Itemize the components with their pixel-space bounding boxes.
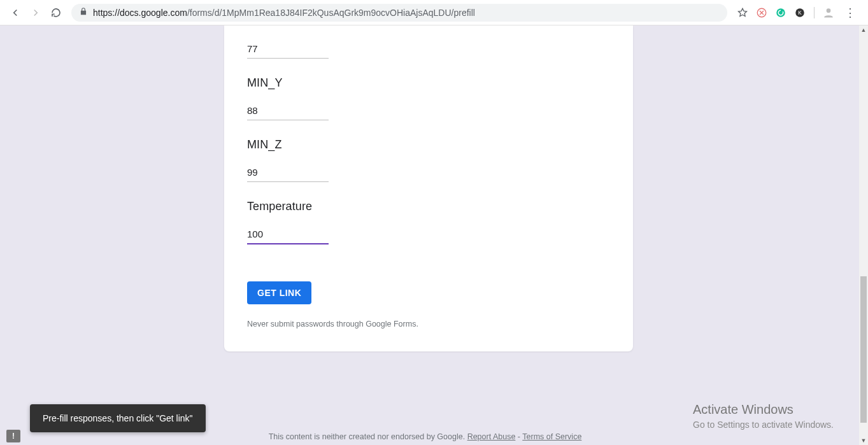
browser-menu-icon[interactable]: ⋮ — [841, 6, 859, 20]
field-label: Temperature — [247, 200, 610, 213]
form-field-temperature: Temperature — [247, 182, 610, 244]
extension-icon-1[interactable] — [755, 6, 768, 19]
svg-point-4 — [827, 8, 831, 13]
url-text: https://docs.google.com/forms/d/1MpMm1Re… — [93, 8, 475, 18]
separator — [814, 7, 815, 18]
terms-link[interactable]: Terms of Service — [522, 432, 581, 441]
svg-text:K: K — [798, 10, 802, 16]
form-card: MIN_Y MIN_Z Temperature GET LINK Never s… — [224, 25, 633, 351]
field-input-0[interactable] — [247, 42, 329, 59]
scroll-up-arrow[interactable]: ▲ — [859, 25, 868, 34]
profile-avatar-icon[interactable] — [822, 6, 835, 19]
form-field-0 — [247, 25, 610, 59]
get-link-button[interactable]: GET LINK — [247, 281, 311, 304]
report-abuse-link[interactable]: Report Abuse — [467, 432, 516, 441]
page-viewport: MIN_Y MIN_Z Temperature GET LINK Never s… — [0, 25, 868, 445]
toast-text: Pre-fill responses, then click "Get link… — [43, 413, 193, 423]
svg-point-1 — [776, 8, 785, 17]
field-label: MIN_Y — [247, 76, 610, 90]
watermark-title: Activate Windows — [693, 402, 834, 417]
windows-activation-watermark: Activate Windows Go to Settings to activ… — [693, 402, 834, 430]
form-field-min-y: MIN_Y — [247, 59, 610, 120]
forward-button[interactable] — [25, 3, 46, 23]
footer-note: This content is neither created nor endo… — [0, 432, 850, 441]
vertical-scrollbar[interactable]: ▲ ▼ — [859, 25, 868, 445]
extension-icon-3[interactable]: K — [793, 6, 806, 19]
reload-button[interactable] — [46, 3, 66, 23]
field-label: MIN_Z — [247, 138, 610, 152]
scroll-down-arrow[interactable]: ▼ — [859, 436, 868, 445]
lock-icon — [79, 7, 88, 18]
address-bar[interactable]: https://docs.google.com/forms/d/1MpMm1Re… — [71, 4, 727, 22]
field-input-min-y[interactable] — [247, 104, 329, 120]
toast-notification: Pre-fill responses, then click "Get link… — [30, 404, 206, 432]
bookmark-star-icon[interactable] — [736, 6, 749, 19]
feedback-icon[interactable]: ! — [6, 430, 20, 442]
field-input-temperature[interactable] — [247, 227, 329, 244]
footer-text: This content is neither created nor endo… — [269, 432, 467, 441]
field-input-min-z[interactable] — [247, 166, 329, 182]
password-disclaimer: Never submit passwords through Google Fo… — [247, 320, 610, 328]
scroll-thumb[interactable] — [860, 276, 867, 423]
submit-row: GET LINK — [247, 281, 610, 304]
back-button[interactable] — [5, 3, 25, 23]
browser-toolbar: https://docs.google.com/forms/d/1MpMm1Re… — [0, 0, 868, 25]
extension-icon-2[interactable] — [774, 6, 787, 19]
watermark-subtitle: Go to Settings to activate Windows. — [693, 420, 834, 430]
form-field-min-z: MIN_Z — [247, 120, 610, 182]
extensions-area: K ⋮ — [732, 6, 863, 20]
